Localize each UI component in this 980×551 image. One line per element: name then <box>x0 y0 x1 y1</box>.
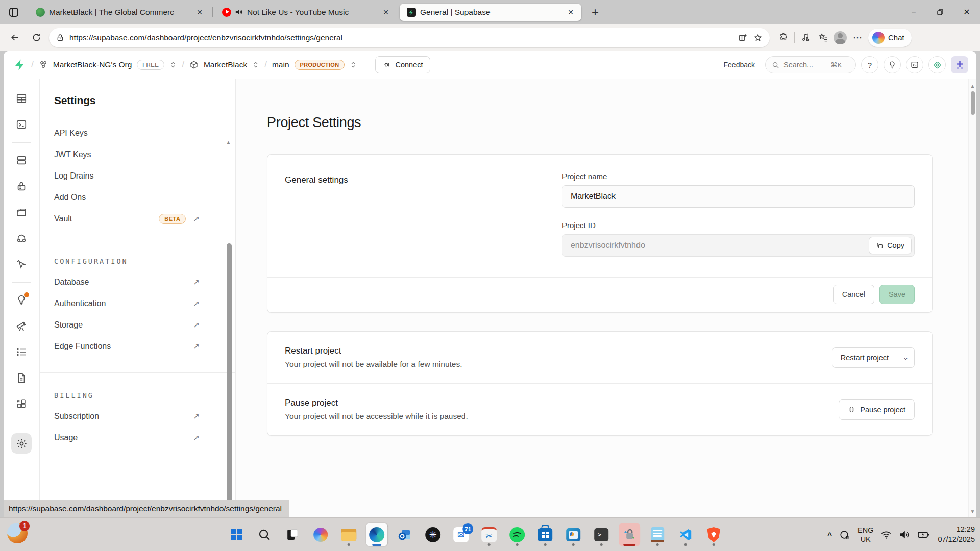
sidebar-item-reports[interactable] <box>11 316 32 336</box>
copy-button[interactable]: Copy <box>869 237 912 254</box>
project-name-input[interactable] <box>562 185 915 208</box>
taskbar-widgets-button[interactable]: 1 <box>7 523 31 546</box>
subnav-item-usage[interactable]: Usage↗ <box>54 427 235 448</box>
taskbar-chatgpt[interactable]: ✳ <box>422 523 444 546</box>
sidebar-item-performance[interactable] <box>11 290 32 310</box>
split-screen-icon[interactable] <box>735 30 750 45</box>
workspaces-button[interactable] <box>6 5 21 20</box>
close-window-button[interactable]: ✕ <box>953 0 980 24</box>
connect-button[interactable]: Connect <box>375 56 430 73</box>
taskbar-file-explorer[interactable] <box>338 523 359 546</box>
branch-selector-icon[interactable] <box>350 61 357 68</box>
subnav-item-jwt-keys[interactable]: JWT Keys <box>54 144 235 165</box>
taskbar-screen-lock[interactable] <box>619 523 640 546</box>
scrollbar-thumb[interactable] <box>971 91 975 115</box>
sidebar-item-database[interactable] <box>11 150 32 170</box>
battery-icon[interactable] <box>917 529 930 540</box>
back-button[interactable] <box>6 29 23 46</box>
subnav-item-database[interactable]: Database↗ <box>54 271 235 293</box>
sidebar-item-logs[interactable] <box>11 342 32 362</box>
taskbar-microsoft-store[interactable] <box>534 523 556 546</box>
taskbar-mail[interactable]: ✉ 71 <box>450 523 472 546</box>
sidebar-item-integrations[interactable] <box>11 394 32 414</box>
taskbar-snipping-tool[interactable]: ✂ <box>478 523 500 546</box>
favorite-star-icon[interactable] <box>750 30 766 45</box>
tab-supabase-active[interactable]: General | Supabase ✕ <box>400 4 581 21</box>
copilot-chat-button[interactable]: Chat <box>868 29 912 47</box>
language-indicator[interactable]: ENG UK <box>857 525 873 544</box>
tab-marketblack[interactable]: MarketBlack | The Global Commerc ✕ <box>29 4 210 21</box>
sidebar-item-table-editor[interactable] <box>11 88 32 109</box>
tray-media-icon[interactable] <box>839 529 850 540</box>
taskbar-search[interactable] <box>254 523 275 546</box>
profile-avatar[interactable] <box>831 29 849 46</box>
taskbar-task-view[interactable] <box>282 523 303 546</box>
tab-close-icon[interactable]: ✕ <box>194 7 205 18</box>
sidebar-item-storage[interactable] <box>11 202 32 222</box>
collections-icon[interactable] <box>814 29 831 46</box>
project-breadcrumb-label[interactable]: MarketBlack <box>204 60 247 69</box>
hints-button[interactable] <box>884 56 901 73</box>
cancel-button[interactable]: Cancel <box>833 285 874 304</box>
lock-icon[interactable] <box>56 34 64 42</box>
tab-youtube-music[interactable]: Not Like Us - YouTube Music ✕ <box>215 4 397 21</box>
subnav-item-add-ons[interactable]: Add Ons <box>54 187 235 208</box>
subnav-item-vault[interactable]: Vault BETA ↗ <box>54 208 235 230</box>
org-breadcrumb-label[interactable]: MarketBlack-NG's Org <box>53 60 132 69</box>
tab-audio-icon[interactable] <box>234 8 243 16</box>
restart-project-button[interactable]: Restart project <box>832 348 897 367</box>
sidebar-item-advisors[interactable] <box>11 254 32 274</box>
url-text[interactable]: https://supabase.com/dashboard/project/e… <box>69 33 735 42</box>
terminal-button[interactable] <box>906 56 923 73</box>
taskbar-vscode[interactable] <box>675 523 696 546</box>
taskbar-edge[interactable] <box>366 523 387 546</box>
taskbar-copilot[interactable] <box>310 523 331 546</box>
taskbar-clock[interactable]: 12:29 07/12/2025 <box>938 524 975 544</box>
taskbar-brave[interactable] <box>703 523 724 546</box>
extensions-icon[interactable] <box>775 29 792 46</box>
pause-project-button[interactable]: Pause project <box>839 399 915 420</box>
taskbar-outlook[interactable] <box>394 523 415 546</box>
settings-more-icon[interactable]: ⋯ <box>849 29 866 46</box>
search-bar[interactable]: ⌘K <box>765 56 856 73</box>
subnav-scrollbar-thumb[interactable] <box>227 243 232 517</box>
subnav-item-log-drains[interactable]: Log Drains <box>54 165 235 187</box>
branch-breadcrumb-label[interactable]: main <box>272 60 289 69</box>
taskbar-start[interactable] <box>226 523 247 546</box>
tab-close-icon[interactable]: ✕ <box>380 7 391 18</box>
search-input[interactable] <box>783 61 826 69</box>
sidebar-item-settings[interactable] <box>11 433 32 454</box>
taskbar-terminal[interactable]: >_ <box>591 523 612 546</box>
sidebar-item-sql-editor[interactable] <box>11 114 32 135</box>
page-scrollbar[interactable]: ▲ ▼ <box>968 79 976 517</box>
sidebar-item-authentication[interactable] <box>11 176 32 196</box>
address-bar[interactable]: https://supabase.com/dashboard/project/e… <box>49 28 770 47</box>
subnav-item-edge-functions[interactable]: Edge Functions↗ <box>54 336 235 357</box>
save-button[interactable]: Save <box>879 285 915 304</box>
wifi-icon[interactable] <box>880 529 892 540</box>
taskbar-system-monitor[interactable] <box>562 523 584 546</box>
restart-dropdown-button[interactable]: ⌄ <box>897 348 914 367</box>
sidebar-item-api-docs[interactable] <box>11 368 32 388</box>
media-controls-icon[interactable] <box>797 29 814 46</box>
tray-expand-icon[interactable]: ^ <box>827 531 832 539</box>
org-selector-icon[interactable] <box>169 61 177 68</box>
scrollbar-up-icon[interactable]: ▲ <box>969 83 976 89</box>
taskbar-notepad[interactable] <box>647 523 668 546</box>
taskbar-spotify[interactable] <box>506 523 528 546</box>
scrollbar-down-icon[interactable]: ▼ <box>969 509 976 514</box>
project-selector-icon[interactable] <box>252 61 259 68</box>
subnav-item-subscription[interactable]: Subscription↗ <box>54 406 235 427</box>
help-button[interactable]: ? <box>861 56 878 73</box>
subnav-item-storage[interactable]: Storage↗ <box>54 314 235 336</box>
sidebar-item-realtime[interactable] <box>11 228 32 248</box>
restore-button[interactable] <box>927 0 953 24</box>
supabase-logo[interactable] <box>14 59 26 71</box>
tab-close-icon[interactable]: ✕ <box>565 7 576 18</box>
minimize-button[interactable]: − <box>900 0 927 24</box>
subnav-scroll-up-icon[interactable]: ▲ <box>226 139 231 145</box>
volume-icon[interactable] <box>899 529 910 540</box>
subnav-item-api-keys[interactable]: API Keys <box>54 122 235 144</box>
feedback-button[interactable]: Feedback <box>724 61 755 69</box>
assistant-button[interactable] <box>928 56 946 73</box>
